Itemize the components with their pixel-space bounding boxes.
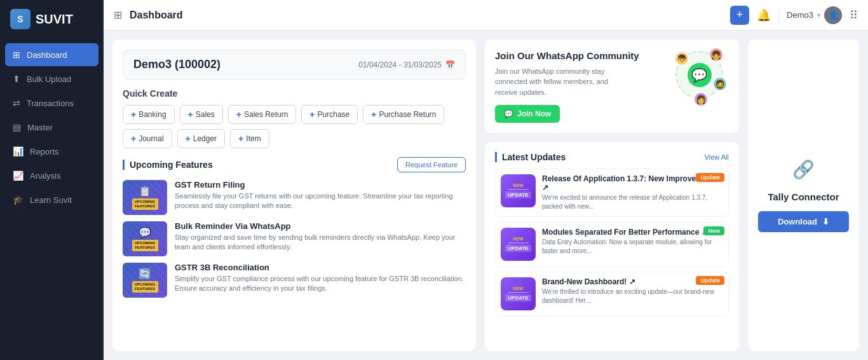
feature-text: Bulk Reminder Via WhatsApp Stay organize… — [175, 221, 466, 253]
new-label: NEW — [513, 286, 523, 291]
download-icon: ⬇ — [822, 217, 829, 226]
analysis-icon: 📈 — [13, 170, 24, 181]
reports-icon: 📊 — [13, 146, 24, 156]
quick-create-label: Quick Create — [123, 88, 466, 99]
updates-title: Latest Updates — [495, 152, 566, 162]
join-now-button[interactable]: 💬 Join Now — [495, 105, 560, 123]
list-item: 📋 UPCOMINGFEATURES GST Return Filing Sea… — [123, 180, 466, 215]
tally-logo-icon: 🔗 — [792, 159, 815, 180]
avatar-4: 👩 — [693, 92, 709, 107]
page-title: Dashboard — [130, 10, 722, 21]
update-badge-2: NEW UPDATE — [501, 228, 536, 261]
upcoming-badge: UPCOMINGFEATURES — [132, 198, 158, 210]
feature-desc: Seamlessly file your GST returns with ou… — [175, 191, 466, 211]
sidebar-item-label: Reports — [30, 147, 59, 156]
list-item: NEW UPDATE Brand-New Dashboard! ↗ We're … — [495, 272, 729, 316]
main-area: ⊞ Dashboard + 🔔 Demo3 ▾ 👤 ⠿ Demo3 (10000… — [104, 0, 868, 360]
journal-button[interactable]: +Journal — [123, 129, 172, 148]
sidebar-item-master[interactable]: ▤ Master — [5, 116, 98, 139]
ledger-button[interactable]: +Ledger — [177, 129, 226, 148]
updates-header: Latest Updates View All — [495, 152, 729, 162]
quick-buttons-row2: +Journal +Ledger +Item — [123, 129, 466, 148]
master-icon: ▤ — [13, 122, 21, 132]
sidebar-item-label: Bulk Upload — [27, 74, 71, 84]
update-tag-1: Update — [696, 173, 724, 182]
apps-icon[interactable]: ⠿ — [850, 8, 858, 22]
update-label: UPDATE — [505, 245, 531, 252]
grid-icon: ⊞ — [114, 9, 122, 21]
avatar-1: 👦 — [674, 51, 689, 66]
sidebar-item-label: Dashboard — [27, 50, 67, 60]
new-label: NEW — [513, 183, 523, 188]
update-text-2: Modules Separated For Better Performance… — [542, 228, 723, 261]
add-button[interactable]: + — [730, 6, 749, 25]
sidebar-item-label: Learn Suvit — [30, 195, 72, 205]
upcoming-badge: UPCOMINGFEATURES — [132, 281, 158, 293]
download-button[interactable]: Download ⬇ — [758, 211, 849, 232]
sales-return-button[interactable]: +Sales Return — [228, 105, 297, 124]
dropdown-icon: ▾ — [817, 11, 820, 18]
update-list: NEW UPDATE Release Of Application 1.3.7:… — [495, 169, 729, 316]
sidebar-nav: ⊞ Dashboard ⬆ Bulk Upload ⇄ Transactions… — [0, 38, 104, 360]
sidebar-item-analysis[interactable]: 📈 Analysis — [5, 164, 98, 187]
header: ⊞ Dashboard + 🔔 Demo3 ▾ 👤 ⠿ — [104, 0, 868, 31]
feature-img-gstr: 🔄 UPCOMINGFEATURES — [123, 263, 167, 298]
dashboard-icon: ⊞ — [13, 50, 20, 60]
purchase-return-button[interactable]: +Purchase Return — [363, 105, 444, 124]
sidebar-item-label: Transactions — [27, 99, 74, 108]
sidebar-item-transactions[interactable]: ⇄ Transactions — [5, 92, 98, 114]
sidebar-item-label: Master — [27, 123, 53, 132]
learn-icon: 🎓 — [13, 195, 24, 205]
banking-button[interactable]: +Banking — [123, 105, 175, 124]
notification-icon[interactable]: 🔔 — [757, 8, 771, 22]
date-range-text: 01/04/2024 - 31/03/2025 — [358, 60, 442, 69]
list-item: NEW UPDATE Release Of Application 1.3.7:… — [495, 169, 729, 217]
content-area: Demo3 (100002) 01/04/2024 - 31/03/2025 📅… — [104, 31, 868, 360]
logo-icon: S — [10, 9, 31, 29]
quick-buttons-row1: +Banking +Sales +Sales Return +Purchase … — [123, 105, 466, 124]
update-desc: Data Entry Automation: Now a separate mo… — [542, 238, 723, 256]
tally-connector-card: 🔗 Tally Connector Download ⬇ — [748, 39, 859, 351]
update-tag-2: New — [703, 226, 724, 235]
feature-desc: Stay organized and save time by sending … — [175, 233, 466, 253]
username: Demo3 — [787, 10, 813, 20]
feature-img-bulk: 💬 UPCOMINGFEATURES — [123, 221, 167, 256]
feature-icon: 💬 — [139, 226, 151, 239]
sidebar-item-dashboard[interactable]: ⊞ Dashboard — [5, 43, 98, 66]
sidebar-item-reports[interactable]: 📊 Reports — [5, 140, 98, 163]
sidebar-item-learn-suvit[interactable]: 🎓 Learn Suvit — [5, 188, 98, 211]
feature-title: Bulk Reminder Via WhatsApp — [175, 221, 466, 231]
latest-updates-card: Latest Updates View All NEW UPDATE Relea… — [485, 142, 739, 351]
feature-title: GSTR 3B Reconciliation — [175, 263, 466, 272]
user-menu[interactable]: Demo3 ▾ 👤 — [787, 6, 842, 24]
sidebar-item-bulk-upload[interactable]: ⬆ Bulk Upload — [5, 67, 98, 90]
request-feature-button[interactable]: Request Feature — [397, 157, 466, 172]
company-header: Demo3 (100002) 01/04/2024 - 31/03/2025 📅 — [123, 50, 466, 80]
avatar-3: 🧔 — [712, 76, 728, 92]
upcoming-badge: UPCOMINGFEATURES — [132, 240, 158, 251]
list-item: 💬 UPCOMINGFEATURES Bulk Reminder Via Wha… — [123, 221, 466, 256]
transactions-icon: ⇄ — [13, 98, 20, 108]
upcoming-features-section: Upcoming Features Request Feature 📋 UPCO… — [123, 157, 466, 341]
list-item: NEW UPDATE Modules Separated For Better … — [495, 222, 729, 267]
update-badge-3: NEW UPDATE — [501, 277, 536, 310]
feature-icon: 📋 — [139, 185, 151, 197]
right-panels: Join Our WhatsApp Community Join our Wha… — [485, 39, 739, 351]
view-all-link[interactable]: View All — [705, 153, 729, 161]
purchase-button[interactable]: +Purchase — [301, 105, 358, 124]
feature-title: GST Return Filing — [175, 180, 466, 190]
update-badge-1: NEW UPDATE — [501, 174, 536, 207]
feature-text: GSTR 3B Reconciliation Simplify your GST… — [175, 263, 466, 294]
tally-title: Tally Connector — [768, 191, 839, 202]
whatsapp-icon: 💬 — [504, 109, 513, 118]
feature-list: 📋 UPCOMINGFEATURES GST Return Filing Sea… — [123, 180, 466, 298]
feature-text: GST Return Filing Seamlessly file your G… — [175, 180, 466, 211]
new-label: NEW — [513, 237, 523, 241]
sales-button[interactable]: +Sales — [180, 105, 223, 124]
logo-text: SUVIT — [36, 12, 73, 27]
upcoming-title: Upcoming Features — [123, 160, 213, 170]
quick-create-buttons: +Banking +Sales +Sales Return +Purchase … — [123, 105, 466, 148]
sidebar: S SUVIT ⊞ Dashboard ⬆ Bulk Upload ⇄ Tran… — [0, 0, 104, 360]
update-tag-3: Update — [696, 276, 724, 285]
item-button[interactable]: +Item — [230, 129, 269, 148]
